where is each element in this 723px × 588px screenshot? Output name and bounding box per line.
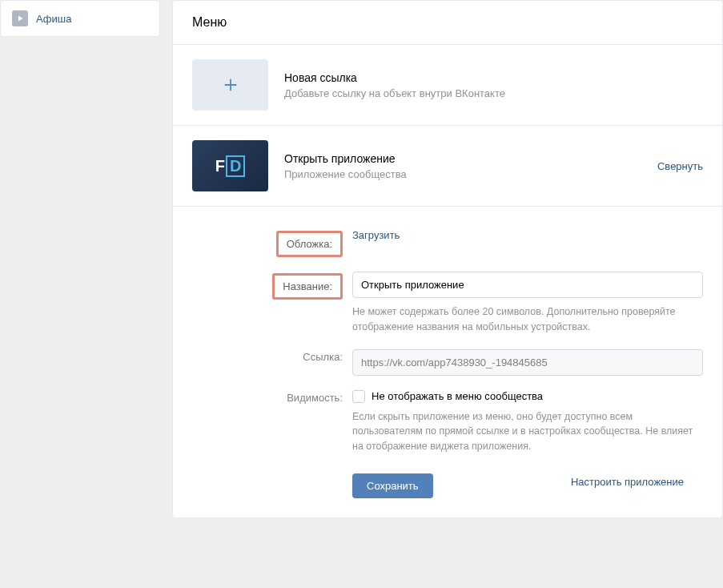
upload-cover-link[interactable]: Загрузить (352, 229, 400, 241)
cover-label: Обложка: (276, 231, 343, 257)
sidebar-item-label: Афиша (36, 13, 71, 25)
save-button[interactable]: Сохранить (352, 473, 433, 498)
link-input[interactable] (352, 349, 703, 376)
name-help: Не может содержать более 20 символов. До… (352, 304, 703, 335)
main-panel: Меню Новая ссылка Добавьте ссылку на объ… (172, 0, 723, 518)
page-title: Меню (173, 1, 722, 45)
visibility-checkbox-label[interactable]: Не отображать в меню сообщества (372, 390, 543, 402)
new-link-body: Новая ссылка Добавьте ссылку на объект в… (284, 71, 703, 99)
new-link-card[interactable]: Новая ссылка Добавьте ссылку на объект в… (173, 45, 722, 126)
app-card: FD Открыть приложение Приложение сообщес… (173, 126, 722, 207)
link-label: Ссылка: (303, 351, 343, 363)
name-label: Название: (272, 273, 343, 300)
cover-row: Обложка: Загрузить (192, 226, 703, 257)
sidebar-item-afisha[interactable]: Афиша (1, 6, 159, 31)
visibility-label: Видимость: (287, 392, 343, 404)
visibility-checkbox[interactable] (352, 390, 365, 403)
app-thumbnail: FD (192, 140, 268, 191)
configure-app-link[interactable]: Настроить приложение (571, 476, 703, 488)
collapse-link[interactable]: Свернуть (657, 160, 703, 172)
plus-icon (192, 59, 268, 111)
new-link-title: Новая ссылка (284, 71, 703, 84)
name-row: Название: Не может содержать более 20 си… (192, 268, 703, 335)
form: Обложка: Загрузить Название: Не может со… (173, 207, 722, 518)
visibility-help: Если скрыть приложение из меню, оно буде… (352, 409, 703, 454)
new-link-subtitle: Добавьте ссылку на объект внутри ВКонтак… (284, 87, 703, 99)
name-input[interactable] (352, 272, 703, 298)
app-card-title: Открыть приложение (284, 152, 641, 165)
app-card-subtitle: Приложение сообщества (284, 168, 641, 180)
play-icon (12, 10, 28, 26)
sidebar: Афиша (0, 0, 160, 37)
visibility-row: Видимость: Не отображать в меню сообщест… (192, 387, 703, 454)
link-row: Ссылка: (192, 346, 703, 376)
app-card-body: Открыть приложение Приложение сообщества (284, 152, 641, 180)
